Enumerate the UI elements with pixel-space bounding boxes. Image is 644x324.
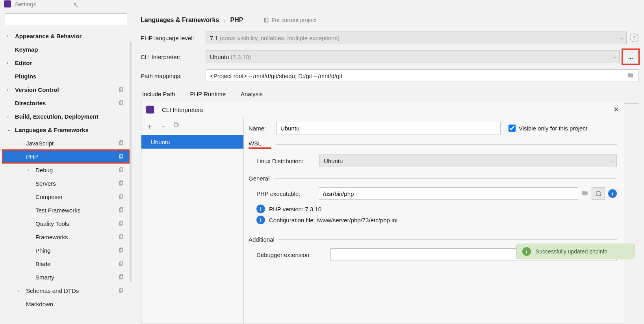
- project-scope-icon: [119, 234, 124, 240]
- sidebar-item-schemas-and-dtds[interactable]: ›Schemas and DTDs: [2, 284, 130, 297]
- php-sub-tabs: Include Path PHP Runtime Analysis: [141, 88, 638, 104]
- sidebar-item-label: Quality Tools: [35, 220, 69, 227]
- close-icon[interactable]: ✕: [613, 105, 619, 114]
- project-scope-icon: [119, 140, 124, 147]
- sidebar-item-languages-frameworks[interactable]: ⌄Languages & Frameworks: [2, 123, 130, 136]
- config-file-text: Configuration file: /www/server/php/73/e…: [269, 217, 397, 223]
- info-icon[interactable]: i: [608, 189, 617, 198]
- linux-distribution-select[interactable]: Ubuntu ⌵: [319, 155, 617, 167]
- add-interpreter-button[interactable]: ＋: [146, 122, 153, 131]
- project-scope-icon: [119, 274, 124, 281]
- sidebar-item-label: Smarty: [35, 274, 54, 281]
- remove-interpreter-button[interactable]: －: [160, 122, 167, 131]
- sidebar-item-label: PHP: [26, 153, 38, 160]
- sidebar-item-label: Composer: [35, 194, 63, 200]
- sidebar-item-markdown[interactable]: Markdown: [2, 297, 130, 311]
- folder-icon[interactable]: [627, 72, 634, 80]
- tab-include-path[interactable]: Include Path: [141, 88, 176, 103]
- sidebar-item-directories[interactable]: Directories: [2, 96, 130, 110]
- info-icon: i: [256, 216, 265, 224]
- sidebar-item-label: JavaScript: [26, 140, 54, 147]
- project-scope-icon: [119, 247, 124, 254]
- sidebar-item-label: Appearance & Behavior: [15, 33, 82, 39]
- reload-button[interactable]: [592, 187, 605, 200]
- sidebar-item-smarty[interactable]: Smarty: [2, 270, 130, 284]
- additional-section-header: Additional: [249, 236, 275, 243]
- name-label: Name:: [249, 125, 276, 132]
- sidebar-item-label: Debug: [35, 167, 53, 173]
- project-scope-icon: [119, 287, 124, 294]
- visible-only-project-checkbox[interactable]: Visible only for this project: [509, 125, 587, 132]
- sidebar-item-plugins[interactable]: Plugins: [2, 69, 130, 83]
- sidebar-item-build-execution-deployment[interactable]: ›Build, Execution, Deployment: [2, 110, 130, 123]
- sidebar-item-php[interactable]: ⌄PHP: [2, 150, 130, 163]
- breadcrumb: Languages & Frameworks › PHP For current…: [141, 17, 638, 24]
- sidebar-item-label: Directories: [15, 100, 46, 106]
- info-icon: i: [256, 205, 265, 213]
- sidebar-item-quality-tools[interactable]: Quality Tools: [2, 217, 130, 230]
- sidebar-item-composer[interactable]: Composer: [2, 190, 130, 203]
- sidebar-item-version-control[interactable]: ›Version Control: [2, 83, 130, 96]
- general-section-header: General: [249, 175, 269, 182]
- interpreter-name-input[interactable]: [276, 122, 501, 134]
- folder-icon[interactable]: [581, 190, 588, 198]
- sidebar-item-label: Frameworks: [35, 234, 68, 240]
- chevron-right-icon: ›: [7, 87, 13, 92]
- chevron-down-icon: ⌵: [611, 158, 613, 164]
- sidebar-item-label: Schemas and DTDs: [26, 287, 79, 294]
- php-executable-label: PHP executable:: [256, 190, 316, 197]
- cli-interpreter-label: CLI Interpreter:: [141, 54, 206, 60]
- sidebar-item-phing[interactable]: Phing: [2, 244, 130, 257]
- sidebar-item-blade[interactable]: Blade: [2, 257, 130, 270]
- dialog-title: CLI Interpreters: [162, 106, 203, 113]
- svg-rect-31: [265, 18, 267, 22]
- cli-interpreter-browse-button[interactable]: ...: [623, 50, 638, 64]
- php-version-text: PHP version: 7.3.10: [269, 206, 321, 212]
- sidebar-item-appearance-behavior[interactable]: ›Appearance & Behavior: [2, 29, 130, 43]
- sidebar-item-test-frameworks[interactable]: Test Frameworks: [2, 203, 130, 217]
- php-language-level-select[interactable]: 7.1 (const visibility, nullables, multip…: [206, 32, 627, 44]
- path-mappings-field[interactable]: <Project root>→/mnt/d/git/shequ; D:/git→…: [206, 69, 638, 82]
- sidebar-item-label: Languages & Frameworks: [15, 127, 89, 133]
- copy-interpreter-button[interactable]: [173, 122, 179, 131]
- chevron-down-icon: ⌵: [613, 54, 616, 60]
- php-executable-input[interactable]: [319, 187, 578, 200]
- svg-rect-33: [175, 124, 178, 127]
- chevron-down-icon: ⌄: [18, 154, 24, 159]
- app-icon: [4, 0, 11, 7]
- chevron-right-icon: ›: [7, 60, 13, 65]
- tab-php-runtime[interactable]: PHP Runtime: [188, 88, 227, 103]
- dialog-app-icon: [146, 106, 154, 114]
- interpreter-detail-panel: Name: Visible only for this project WSL …: [244, 117, 624, 324]
- wsl-section-header: WSL: [249, 140, 271, 149]
- interpreter-list-item[interactable]: Ubuntu: [141, 135, 243, 149]
- sidebar-item-keymap[interactable]: Keymap: [2, 43, 130, 56]
- debugger-extension-label: Debugger extension:: [256, 251, 327, 258]
- sidebar-item-label: Editor: [15, 60, 32, 66]
- sidebar-item-label: Keymap: [15, 46, 38, 53]
- tab-analysis[interactable]: Analysis: [239, 88, 264, 103]
- info-icon: i: [522, 247, 531, 256]
- sidebar-item-javascript[interactable]: ›JavaScript: [2, 136, 130, 150]
- linux-distribution-label: Linux Distribution:: [256, 158, 319, 164]
- sidebar-item-label: Build, Execution, Deployment: [15, 113, 98, 120]
- chevron-right-icon: ›: [28, 168, 33, 172]
- interpreter-list-panel: ＋ － Ubuntu: [141, 117, 244, 324]
- sidebar-item-label: Servers: [35, 180, 56, 187]
- chevron-right-icon: ›: [18, 288, 24, 293]
- chevron-right-icon: ›: [18, 141, 24, 145]
- sidebar-item-debug[interactable]: ›Debug: [2, 163, 130, 177]
- sidebar-item-servers[interactable]: Servers: [2, 177, 130, 190]
- scrollbar[interactable]: [130, 42, 132, 282]
- chevron-right-icon: ›: [7, 114, 13, 119]
- sidebar-item-label: Markdown: [26, 301, 53, 307]
- sidebar-item-editor[interactable]: ›Editor: [2, 56, 130, 69]
- project-scope-icon: [119, 180, 124, 187]
- project-scope-icon: [119, 261, 124, 267]
- sidebar-item-label: Blade: [35, 261, 50, 267]
- cli-interpreter-select[interactable]: Ubuntu (7.3.10) ⌵: [206, 50, 620, 63]
- cli-interpreters-dialog: CLI Interpreters ✕ ＋ － Ubuntu Name: Visi…: [141, 102, 624, 324]
- sidebar-item-frameworks[interactable]: Frameworks: [2, 230, 130, 244]
- help-icon[interactable]: ?: [630, 34, 638, 42]
- settings-search-input[interactable]: [5, 13, 127, 25]
